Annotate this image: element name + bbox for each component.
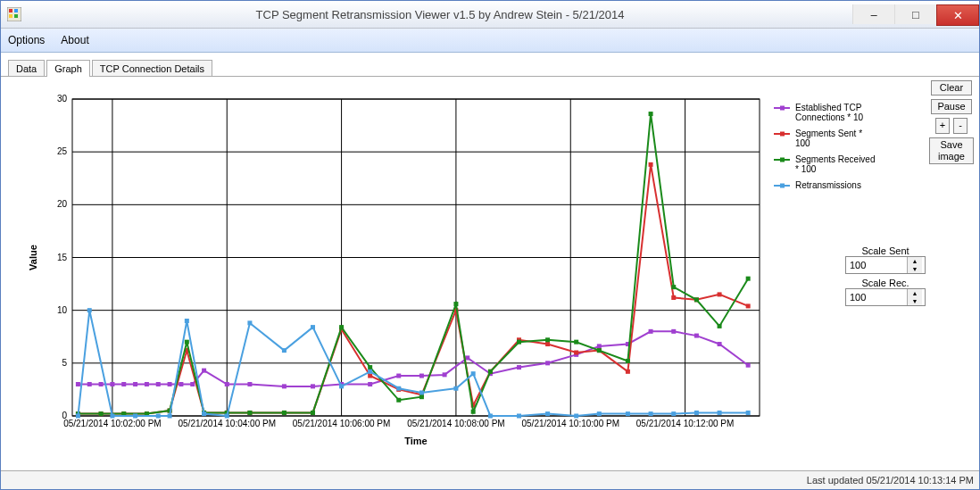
svg-text:Retransmissions: Retransmissions <box>795 180 861 190</box>
svg-rect-121 <box>718 324 722 328</box>
svg-text:05/21/2014 10:10:00 PM: 05/21/2014 10:10:00 PM <box>521 419 619 428</box>
svg-rect-111 <box>471 410 476 414</box>
svg-rect-3 <box>9 14 12 18</box>
svg-rect-153 <box>780 106 785 111</box>
svg-rect-149 <box>694 411 699 415</box>
scale-sent-input[interactable]: ▲▼ <box>845 256 926 274</box>
minimize-button[interactable]: ‒ <box>852 4 894 24</box>
app-icon <box>1 7 28 21</box>
svg-rect-130 <box>202 411 206 416</box>
svg-rect-140 <box>471 371 476 376</box>
svg-rect-100 <box>185 340 189 345</box>
svg-rect-87 <box>574 351 578 355</box>
svg-rect-161 <box>780 158 785 162</box>
scale-rec-up-icon[interactable]: ▲ <box>908 289 922 297</box>
svg-rect-144 <box>574 414 578 419</box>
maximize-button[interactable]: □ <box>894 4 936 24</box>
titlebar: TCP Segment Retransmission Viewer v1.5 b… <box>1 1 979 29</box>
svg-rect-96 <box>99 411 104 416</box>
svg-rect-114 <box>545 337 550 342</box>
scale-sent-label: Scale Sent <box>845 245 926 256</box>
svg-rect-150 <box>718 411 722 415</box>
svg-rect-63 <box>671 329 676 334</box>
svg-rect-89 <box>626 370 630 374</box>
svg-text:05/21/2014 10:08:00 PM: 05/21/2014 10:08:00 PM <box>407 419 505 428</box>
svg-text:* 100: * 100 <box>795 164 817 174</box>
tab-graph[interactable]: Graph <box>46 60 90 77</box>
svg-rect-49 <box>311 384 315 388</box>
svg-rect-47 <box>247 382 252 386</box>
svg-rect-136 <box>368 370 372 374</box>
scale-sent-value[interactable] <box>846 257 907 273</box>
svg-rect-143 <box>545 411 550 416</box>
svg-rect-112 <box>488 370 493 374</box>
svg-text:05/21/2014 10:04:00 PM: 05/21/2014 10:04:00 PM <box>178 419 276 428</box>
scale-sent-down-icon[interactable]: ▼ <box>908 265 922 273</box>
svg-rect-119 <box>671 285 676 289</box>
svg-rect-113 <box>517 340 521 345</box>
scale-rec-label: Scale Rec. <box>845 278 926 288</box>
svg-rect-43 <box>179 382 183 386</box>
svg-rect-147 <box>649 411 653 416</box>
svg-rect-125 <box>110 414 114 419</box>
tab-connection-details[interactable]: TCP Connection Details <box>92 60 212 77</box>
svg-rect-117 <box>626 359 630 363</box>
tab-data[interactable]: Data <box>8 60 45 77</box>
svg-rect-137 <box>396 386 401 391</box>
close-button[interactable]: ✕ <box>936 4 979 26</box>
svg-rect-65 <box>718 342 722 346</box>
clear-button[interactable]: Clear <box>931 80 972 96</box>
svg-rect-122 <box>746 277 751 281</box>
app-window: TCP Segment Retransmission Viewer v1.5 b… <box>0 0 980 490</box>
svg-rect-110 <box>453 302 458 306</box>
svg-rect-133 <box>282 348 287 353</box>
svg-rect-148 <box>671 411 676 416</box>
save-image-button[interactable]: Save image <box>929 137 974 164</box>
svg-rect-123 <box>76 414 80 419</box>
svg-rect-141 <box>488 414 493 419</box>
menubar: Options About <box>1 29 979 53</box>
svg-rect-62 <box>649 329 653 334</box>
tabs: Data Graph TCP Connection Details <box>1 53 979 76</box>
svg-rect-115 <box>574 340 578 345</box>
svg-rect-138 <box>419 390 424 394</box>
menu-about[interactable]: About <box>61 34 88 46</box>
svg-rect-34 <box>76 382 80 386</box>
svg-rect-108 <box>396 398 401 403</box>
svg-text:Segments Received: Segments Received <box>795 154 876 164</box>
svg-rect-46 <box>225 382 229 386</box>
svg-rect-142 <box>517 414 521 419</box>
svg-rect-37 <box>110 382 114 386</box>
svg-text:Segments Sent *: Segments Sent * <box>795 129 862 138</box>
svg-rect-93 <box>718 292 722 296</box>
client-area: 05101520253005/21/2014 10:02:00 PM05/21/… <box>1 76 979 470</box>
svg-rect-120 <box>694 297 699 302</box>
zoom-out-button[interactable]: - <box>953 118 968 133</box>
svg-rect-103 <box>247 411 252 415</box>
scale-rec-value[interactable] <box>846 289 907 305</box>
scale-controls: Scale Sent ▲▼ Scale Rec. ▲▼ <box>845 242 926 306</box>
menu-options[interactable]: Options <box>8 34 45 46</box>
svg-rect-35 <box>87 382 92 386</box>
svg-rect-132 <box>247 320 252 325</box>
scale-rec-down-icon[interactable]: ▼ <box>908 297 922 305</box>
svg-rect-135 <box>339 384 344 388</box>
svg-rect-53 <box>419 374 424 378</box>
scale-rec-input[interactable]: ▲▼ <box>845 288 926 306</box>
svg-rect-51 <box>368 382 372 386</box>
svg-rect-124 <box>87 308 92 312</box>
svg-rect-105 <box>311 411 315 415</box>
zoom-in-button[interactable]: + <box>935 118 950 133</box>
svg-rect-91 <box>671 295 676 300</box>
chart-pane: 05101520253005/21/2014 10:02:00 PM05/21/… <box>10 86 918 461</box>
svg-rect-131 <box>225 414 229 419</box>
svg-rect-129 <box>185 319 189 323</box>
svg-rect-1 <box>9 9 12 12</box>
pause-button[interactable]: Pause <box>931 99 972 114</box>
svg-rect-134 <box>311 325 315 329</box>
svg-rect-165 <box>780 184 785 188</box>
svg-rect-66 <box>746 363 751 368</box>
scale-sent-up-icon[interactable]: ▲ <box>908 257 922 265</box>
svg-text:05/21/2014 10:12:00 PM: 05/21/2014 10:12:00 PM <box>636 419 735 428</box>
svg-rect-116 <box>597 348 602 353</box>
